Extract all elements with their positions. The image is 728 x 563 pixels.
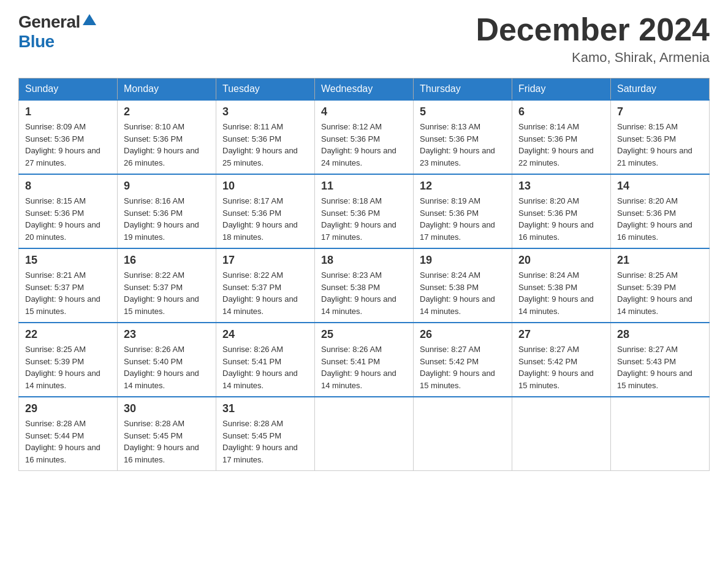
day-number: 27: [518, 328, 604, 341]
day-info: Sunrise: 8:12 AMSunset: 5:36 PMDaylight:…: [321, 121, 407, 169]
day-number: 23: [124, 328, 210, 341]
day-number: 29: [25, 402, 111, 415]
day-info: Sunrise: 8:27 AMSunset: 5:42 PMDaylight:…: [420, 343, 506, 391]
day-info: Sunrise: 8:27 AMSunset: 5:42 PMDaylight:…: [518, 343, 604, 391]
calendar-header-thursday: Thursday: [414, 79, 512, 101]
day-number: 13: [518, 180, 604, 193]
week-row-3: 15 Sunrise: 8:21 AMSunset: 5:37 PMDaylig…: [19, 248, 710, 323]
calendar-header-row: SundayMondayTuesdayWednesdayThursdayFrid…: [19, 79, 710, 101]
day-info: Sunrise: 8:14 AMSunset: 5:36 PMDaylight:…: [518, 121, 604, 169]
day-number: 24: [222, 328, 308, 341]
calendar-cell: [315, 397, 414, 471]
svg-marker-0: [83, 14, 96, 25]
calendar-cell: 7 Sunrise: 8:15 AMSunset: 5:36 PMDayligh…: [611, 100, 710, 174]
day-number: 3: [222, 105, 308, 118]
calendar-cell: 15 Sunrise: 8:21 AMSunset: 5:37 PMDaylig…: [19, 248, 118, 323]
day-info: Sunrise: 8:15 AMSunset: 5:36 PMDaylight:…: [617, 121, 703, 169]
day-number: 30: [124, 402, 210, 415]
day-info: Sunrise: 8:13 AMSunset: 5:36 PMDaylight:…: [420, 121, 506, 169]
day-number: 14: [617, 180, 703, 193]
calendar-cell: [414, 397, 512, 471]
day-info: Sunrise: 8:20 AMSunset: 5:36 PMDaylight:…: [518, 195, 604, 243]
day-info: Sunrise: 8:26 AMSunset: 5:40 PMDaylight:…: [124, 343, 210, 391]
calendar-cell: [611, 397, 710, 471]
calendar-header-tuesday: Tuesday: [216, 79, 315, 101]
calendar-cell: 19 Sunrise: 8:24 AMSunset: 5:38 PMDaylig…: [414, 248, 512, 323]
day-info: Sunrise: 8:19 AMSunset: 5:36 PMDaylight:…: [420, 195, 506, 243]
logo-general-text: General: [18, 12, 80, 32]
calendar-cell: 12 Sunrise: 8:19 AMSunset: 5:36 PMDaylig…: [414, 174, 512, 248]
calendar-cell: 25 Sunrise: 8:26 AMSunset: 5:41 PMDaylig…: [315, 323, 414, 397]
calendar-cell: 2 Sunrise: 8:10 AMSunset: 5:36 PMDayligh…: [118, 100, 216, 174]
day-number: 12: [420, 180, 506, 193]
calendar-header-friday: Friday: [512, 79, 611, 101]
day-info: Sunrise: 8:24 AMSunset: 5:38 PMDaylight:…: [420, 269, 506, 317]
calendar-cell: [512, 397, 611, 471]
day-number: 20: [518, 254, 604, 267]
calendar-cell: 31 Sunrise: 8:28 AMSunset: 5:45 PMDaylig…: [216, 397, 315, 471]
calendar-cell: 23 Sunrise: 8:26 AMSunset: 5:40 PMDaylig…: [118, 323, 216, 397]
calendar-cell: 22 Sunrise: 8:25 AMSunset: 5:39 PMDaylig…: [19, 323, 118, 397]
calendar-cell: 30 Sunrise: 8:28 AMSunset: 5:45 PMDaylig…: [118, 397, 216, 471]
week-row-1: 1 Sunrise: 8:09 AMSunset: 5:36 PMDayligh…: [19, 100, 710, 174]
day-number: 25: [321, 328, 407, 341]
calendar-cell: 10 Sunrise: 8:17 AMSunset: 5:36 PMDaylig…: [216, 174, 315, 248]
day-info: Sunrise: 8:25 AMSunset: 5:39 PMDaylight:…: [25, 343, 111, 391]
day-info: Sunrise: 8:17 AMSunset: 5:36 PMDaylight:…: [222, 195, 308, 243]
calendar-cell: 17 Sunrise: 8:22 AMSunset: 5:37 PMDaylig…: [216, 248, 315, 323]
calendar-cell: 13 Sunrise: 8:20 AMSunset: 5:36 PMDaylig…: [512, 174, 611, 248]
day-number: 26: [420, 328, 506, 341]
calendar-cell: 27 Sunrise: 8:27 AMSunset: 5:42 PMDaylig…: [512, 323, 611, 397]
calendar-cell: 9 Sunrise: 8:16 AMSunset: 5:36 PMDayligh…: [118, 174, 216, 248]
day-info: Sunrise: 8:24 AMSunset: 5:38 PMDaylight:…: [518, 269, 604, 317]
calendar-cell: 18 Sunrise: 8:23 AMSunset: 5:38 PMDaylig…: [315, 248, 414, 323]
logo-blue-text: Blue: [18, 32, 55, 52]
day-number: 19: [420, 254, 506, 267]
day-info: Sunrise: 8:22 AMSunset: 5:37 PMDaylight:…: [124, 269, 210, 317]
page-header: General Blue December 2024 Kamo, Shirak,…: [18, 12, 710, 66]
day-info: Sunrise: 8:16 AMSunset: 5:36 PMDaylight:…: [124, 195, 210, 243]
day-number: 22: [25, 328, 111, 341]
calendar-cell: 16 Sunrise: 8:22 AMSunset: 5:37 PMDaylig…: [118, 248, 216, 323]
day-info: Sunrise: 8:15 AMSunset: 5:36 PMDaylight:…: [25, 195, 111, 243]
day-info: Sunrise: 8:28 AMSunset: 5:44 PMDaylight:…: [25, 418, 111, 465]
day-number: 1: [25, 105, 111, 118]
day-number: 31: [222, 402, 308, 415]
day-number: 15: [25, 254, 111, 267]
day-number: 10: [222, 180, 308, 193]
week-row-5: 29 Sunrise: 8:28 AMSunset: 5:44 PMDaylig…: [19, 397, 710, 471]
day-number: 17: [222, 254, 308, 267]
location-text: Kamo, Shirak, Armenia: [476, 50, 710, 66]
calendar-cell: 29 Sunrise: 8:28 AMSunset: 5:44 PMDaylig…: [19, 397, 118, 471]
day-info: Sunrise: 8:26 AMSunset: 5:41 PMDaylight:…: [321, 343, 407, 391]
day-number: 2: [124, 105, 210, 118]
day-info: Sunrise: 8:25 AMSunset: 5:39 PMDaylight:…: [617, 269, 703, 317]
logo: General Blue: [18, 12, 96, 52]
day-info: Sunrise: 8:20 AMSunset: 5:36 PMDaylight:…: [617, 195, 703, 243]
day-info: Sunrise: 8:28 AMSunset: 5:45 PMDaylight:…: [222, 418, 308, 465]
calendar-header-sunday: Sunday: [19, 79, 118, 101]
calendar-cell: 20 Sunrise: 8:24 AMSunset: 5:38 PMDaylig…: [512, 248, 611, 323]
day-number: 28: [617, 328, 703, 341]
calendar-cell: 5 Sunrise: 8:13 AMSunset: 5:36 PMDayligh…: [414, 100, 512, 174]
day-number: 21: [617, 254, 703, 267]
calendar-cell: 28 Sunrise: 8:27 AMSunset: 5:43 PMDaylig…: [611, 323, 710, 397]
day-info: Sunrise: 8:10 AMSunset: 5:36 PMDaylight:…: [124, 121, 210, 169]
day-info: Sunrise: 8:21 AMSunset: 5:37 PMDaylight:…: [25, 269, 111, 317]
day-info: Sunrise: 8:11 AMSunset: 5:36 PMDaylight:…: [222, 121, 308, 169]
day-info: Sunrise: 8:09 AMSunset: 5:36 PMDaylight:…: [25, 121, 111, 169]
week-row-4: 22 Sunrise: 8:25 AMSunset: 5:39 PMDaylig…: [19, 323, 710, 397]
day-info: Sunrise: 8:26 AMSunset: 5:41 PMDaylight:…: [222, 343, 308, 391]
calendar-cell: 21 Sunrise: 8:25 AMSunset: 5:39 PMDaylig…: [611, 248, 710, 323]
calendar-cell: 24 Sunrise: 8:26 AMSunset: 5:41 PMDaylig…: [216, 323, 315, 397]
day-info: Sunrise: 8:28 AMSunset: 5:45 PMDaylight:…: [124, 418, 210, 465]
day-number: 11: [321, 180, 407, 193]
calendar-cell: 3 Sunrise: 8:11 AMSunset: 5:36 PMDayligh…: [216, 100, 315, 174]
logo-triangle-icon: [83, 13, 96, 26]
calendar-header-saturday: Saturday: [611, 79, 710, 101]
calendar-cell: 11 Sunrise: 8:18 AMSunset: 5:36 PMDaylig…: [315, 174, 414, 248]
day-number: 18: [321, 254, 407, 267]
day-number: 9: [124, 180, 210, 193]
calendar-cell: 1 Sunrise: 8:09 AMSunset: 5:36 PMDayligh…: [19, 100, 118, 174]
day-number: 7: [617, 105, 703, 118]
